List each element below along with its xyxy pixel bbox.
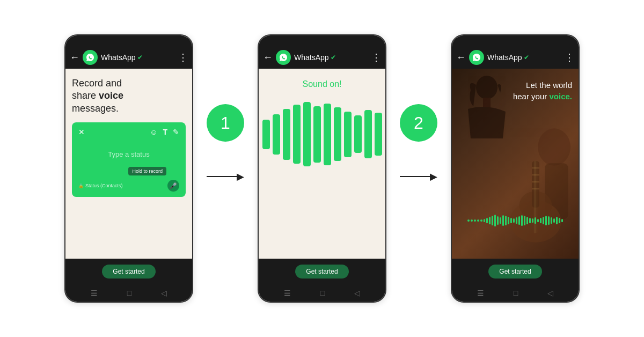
mini-wave-bar	[556, 217, 558, 224]
verified-icon-3: ✔	[524, 54, 529, 61]
mini-wave-dot	[477, 219, 479, 222]
text-icon[interactable]: T	[163, 128, 167, 136]
phone-navbar-1: ☰ □ ◁	[65, 284, 192, 302]
mini-wave-bar	[510, 218, 512, 223]
more-icon-2[interactable]: ⋮	[371, 52, 381, 63]
phone-3: ← WhatsApp ✔ ⋮	[451, 34, 580, 303]
status-bar-3	[452, 35, 579, 46]
home-icon-3[interactable]: □	[514, 289, 518, 297]
compose-card: ✕ ☺ T ✎ Type a status Hold to record 🔒 S…	[72, 122, 186, 197]
mini-wave-bar	[535, 217, 536, 224]
mini-wave-bar	[532, 218, 533, 223]
mini-wave-bar	[545, 216, 547, 225]
sound-on-text: Sound on!	[303, 79, 342, 89]
brush-icon[interactable]: ✎	[173, 128, 179, 136]
wave-bar	[344, 112, 352, 157]
status-bar-2	[259, 35, 385, 46]
wave-bar	[375, 113, 382, 156]
svg-point-12	[476, 76, 497, 99]
app-title-1: WhatsApp	[101, 53, 136, 62]
mini-wave-bar	[500, 217, 501, 224]
phone-2: ← WhatsApp ✔ ⋮ Sound on! Get started ☰ □…	[258, 34, 386, 303]
mini-wave-bar	[543, 217, 544, 224]
mini-wave-bar	[516, 217, 517, 224]
back-nav-icon-2[interactable]: ◁	[354, 289, 360, 297]
nav-title-wrap-3: WhatsApp ✔	[487, 53, 561, 62]
back-icon-1[interactable]: ←	[70, 52, 79, 63]
phone-body-2: Sound on!	[259, 69, 385, 259]
compose-bottom: 🔒 Status (Contacts) 🎤	[76, 179, 181, 193]
mini-wave-bar	[502, 215, 504, 226]
wave-bar	[324, 104, 331, 165]
waveform-container	[262, 102, 382, 166]
mini-wave-bar	[489, 217, 491, 224]
status-contacts: 🔒 Status (Contacts)	[78, 183, 123, 188]
mini-wave-bar	[518, 216, 520, 225]
transition-circle-2: 2	[400, 104, 437, 142]
menu-icon-3[interactable]: ☰	[477, 289, 484, 297]
nav-bar-1: ← WhatsApp ✔ ⋮	[65, 46, 192, 69]
mini-wave-bar	[540, 218, 541, 223]
nav-title-wrap-1: WhatsApp ✔	[101, 53, 175, 62]
wave-bar	[354, 115, 362, 153]
mic-button[interactable]: 🎤	[167, 180, 179, 192]
more-icon-1[interactable]: ⋮	[178, 52, 188, 63]
arrow-1: ▶	[207, 171, 244, 182]
hold-to-record-label: Hold to record	[128, 167, 166, 175]
phone-footer-3: Get started	[452, 259, 579, 284]
phone3-text: Let the world hear your voice.	[513, 79, 572, 102]
verified-icon-1: ✔	[137, 54, 143, 61]
wave-bar	[293, 105, 301, 164]
phone-body-1: Record and share voice messages. ✕ ☺ T ✎…	[65, 69, 192, 259]
mini-wave-bar	[537, 219, 539, 222]
phone-footer-1: Get started	[65, 259, 192, 284]
phone-1: ← WhatsApp ✔ ⋮ Record and share voice me…	[64, 34, 193, 303]
compose-placeholder[interactable]: Type a status	[76, 141, 181, 164]
emoji-icon[interactable]: ☺	[150, 128, 157, 136]
wave-bar	[334, 107, 341, 161]
mini-wave-dot	[480, 219, 482, 222]
mini-wave-bar	[513, 218, 515, 223]
svg-point-0	[538, 128, 570, 165]
get-started-button-1[interactable]: Get started	[102, 265, 155, 279]
mini-wave-bar	[508, 217, 509, 224]
mini-wave-bar	[497, 216, 499, 225]
get-started-button-3[interactable]: Get started	[488, 265, 541, 279]
wave-bar	[273, 114, 280, 155]
whatsapp-logo-1	[83, 50, 98, 65]
home-icon-2[interactable]: □	[320, 289, 325, 297]
mini-wave-bar	[559, 218, 560, 223]
more-icon-3[interactable]: ⋮	[565, 52, 574, 63]
mini-wave-bar	[494, 215, 496, 226]
back-nav-icon-1[interactable]: ◁	[161, 289, 167, 297]
wave-bar	[313, 106, 321, 163]
phone-footer-2: Get started	[259, 259, 385, 284]
back-icon-2[interactable]: ←	[263, 52, 273, 63]
mini-wave-dot	[471, 219, 473, 222]
menu-icon-1[interactable]: ☰	[91, 289, 98, 297]
menu-icon-2[interactable]: ☰	[284, 289, 291, 297]
mini-wave-bar	[505, 216, 507, 225]
transition-2: 2 ▶	[386, 136, 451, 201]
get-started-button-2[interactable]: Get started	[295, 265, 348, 279]
back-icon-3[interactable]: ←	[456, 52, 466, 63]
compose-toolbar: ✕ ☺ T ✎	[76, 127, 181, 137]
transition-circle-1: 1	[207, 104, 244, 142]
main-container: ← WhatsApp ✔ ⋮ Record and share voice me…	[0, 0, 644, 337]
back-nav-icon-3[interactable]: ◁	[547, 289, 553, 297]
svg-rect-13	[483, 98, 491, 108]
wave-bar	[283, 109, 290, 160]
whatsapp-logo-2	[276, 50, 291, 65]
mini-wave-bar	[529, 218, 531, 223]
app-title-2: WhatsApp	[294, 53, 329, 62]
nav-bar-3: ← WhatsApp ✔ ⋮	[452, 46, 579, 69]
nav-bar-2: ← WhatsApp ✔ ⋮	[259, 46, 385, 69]
verified-icon-2: ✔	[331, 54, 336, 61]
mini-wave-bar	[521, 215, 523, 226]
mini-wave-bar	[548, 216, 550, 225]
phone-navbar-3: ☰ □ ◁	[452, 284, 579, 302]
close-icon[interactable]: ✕	[78, 128, 85, 136]
phone1-title: Record and share voice messages.	[72, 77, 186, 115]
home-icon-1[interactable]: □	[127, 289, 131, 297]
status-bar-1	[65, 35, 192, 46]
